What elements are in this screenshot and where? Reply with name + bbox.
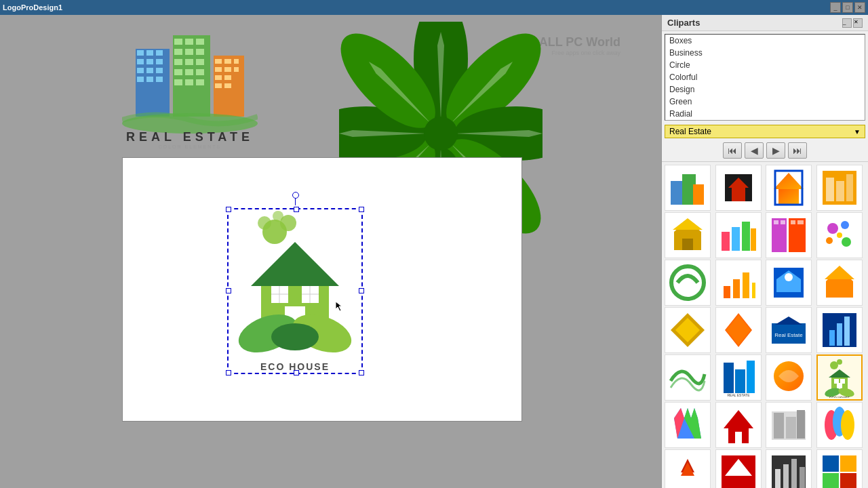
- svg-rect-7: [137, 68, 144, 73]
- svg-rect-19: [196, 49, 204, 55]
- logo-text: REAL ESTATE: [126, 130, 254, 144]
- nav-first-button[interactable]: ⏮: [723, 142, 742, 159]
- category-business[interactable]: Business: [665, 47, 865, 59]
- maximize-button[interactable]: □: [842, 2, 853, 13]
- category-design[interactable]: Design: [665, 83, 865, 96]
- svg-point-53: [258, 216, 271, 230]
- thumb-4[interactable]: [816, 165, 863, 211]
- thumb-15[interactable]: Real Estate: [766, 307, 812, 353]
- thumb-22[interactable]: [715, 402, 762, 448]
- nav-buttons: ⏮ ◀ ▶ ⏭: [662, 140, 868, 162]
- svg-rect-120: [735, 369, 745, 393]
- thumb-16[interactable]: [816, 307, 863, 353]
- svg-rect-101: [743, 272, 749, 298]
- nav-next-button[interactable]: ▶: [766, 142, 785, 159]
- thumb-9[interactable]: [665, 260, 711, 306]
- category-circle[interactable]: Circle: [665, 59, 865, 71]
- sidebar-controls[interactable]: _ ✕: [842, 18, 863, 28]
- svg-rect-155: [800, 467, 805, 488]
- sidebar-title: Cliparts: [667, 18, 700, 28]
- canvas-area[interactable]: ALL PC World Free apps one click away: [0, 15, 661, 488]
- svg-marker-81: [673, 218, 703, 230]
- svg-rect-158: [823, 473, 839, 488]
- svg-rect-153: [783, 464, 789, 488]
- svg-rect-23: [174, 69, 182, 75]
- thumb-18[interactable]: REAL ESTATE: [715, 354, 762, 401]
- category-green[interactable]: Green: [665, 96, 865, 108]
- main-layout: ALL PC World Free apps one click away: [0, 15, 868, 488]
- svg-rect-32: [234, 59, 239, 64]
- svg-point-93: [827, 223, 838, 234]
- svg-rect-142: [786, 417, 796, 439]
- clipart-list[interactable]: Boxes Business Circle Colorful Design Gr…: [665, 34, 865, 121]
- thumb-7[interactable]: [766, 212, 812, 258]
- thumb-26[interactable]: [715, 449, 762, 488]
- nav-last-button[interactable]: ⏭: [788, 142, 807, 159]
- close-button[interactable]: ✕: [854, 2, 865, 13]
- svg-rect-30: [215, 59, 222, 64]
- svg-text:ECO HOUSE: ECO HOUSE: [829, 396, 850, 398]
- category-radial[interactable]: Radial: [665, 108, 865, 120]
- svg-point-98: [671, 266, 704, 299]
- thumb-8[interactable]: [816, 212, 863, 258]
- svg-point-105: [785, 273, 793, 281]
- thumb-12[interactable]: [816, 260, 863, 306]
- eco-house-container[interactable]: ECO HOUSE: [227, 208, 363, 378]
- thumb-2[interactable]: [715, 165, 762, 211]
- thumb-13[interactable]: [665, 307, 711, 353]
- thumb-14[interactable]: [715, 307, 762, 353]
- rotate-line: [295, 199, 296, 205]
- thumb-10[interactable]: [715, 260, 762, 306]
- svg-rect-69: [693, 184, 704, 205]
- svg-rect-72: [732, 188, 745, 201]
- svg-rect-36: [215, 75, 222, 80]
- thumb-6[interactable]: [715, 212, 762, 258]
- thumb-25[interactable]: [665, 449, 711, 488]
- svg-rect-26: [174, 79, 182, 85]
- sidebar-min-button[interactable]: _: [842, 18, 852, 28]
- thumb-3[interactable]: [766, 165, 812, 211]
- thumb-28[interactable]: [816, 449, 863, 488]
- thumb-17[interactable]: [665, 354, 711, 401]
- svg-rect-121: [747, 361, 755, 393]
- eco-label: ECO HOUSE: [227, 361, 363, 372]
- thumb-21[interactable]: [665, 402, 711, 448]
- selected-category-dropdown[interactable]: Real Estate ▼: [665, 125, 865, 138]
- thumb-27[interactable]: [766, 449, 812, 488]
- minimize-button[interactable]: _: [830, 2, 841, 13]
- watermark-brand: ALL PC World: [539, 35, 620, 49]
- svg-rect-8: [146, 68, 153, 73]
- category-colorful[interactable]: Colorful: [665, 71, 865, 83]
- thumb-19[interactable]: [766, 354, 812, 401]
- svg-rect-156: [823, 455, 839, 472]
- svg-rect-18: [185, 49, 193, 55]
- svg-rect-12: [156, 77, 163, 82]
- thumb-20-eco[interactable]: ECO HOUSE: [816, 354, 863, 401]
- svg-rect-118: [844, 317, 850, 346]
- svg-rect-139: [735, 432, 742, 443]
- sidebar-header: Cliparts _ ✕: [662, 15, 868, 31]
- logo-sub: COLOR ELEMENTS: [159, 144, 222, 149]
- svg-rect-33: [215, 67, 222, 72]
- svg-point-95: [826, 237, 833, 244]
- svg-rect-102: [752, 283, 755, 298]
- svg-rect-38: [215, 83, 222, 88]
- svg-rect-37: [224, 75, 231, 80]
- svg-marker-109: [675, 318, 700, 342]
- thumb-5[interactable]: [665, 212, 711, 258]
- svg-rect-2: [146, 50, 153, 56]
- sidebar-close-button[interactable]: ✕: [853, 18, 863, 28]
- thumb-23[interactable]: [766, 402, 812, 448]
- thumb-24[interactable]: [816, 402, 863, 448]
- svg-rect-5: [146, 59, 153, 64]
- nav-prev-button[interactable]: ◀: [745, 142, 764, 159]
- category-boxes[interactable]: Boxes: [665, 35, 865, 47]
- title-bar-controls[interactable]: _ □ ✕: [830, 2, 865, 13]
- svg-rect-141: [774, 413, 784, 439]
- svg-rect-22: [196, 59, 204, 65]
- svg-rect-117: [837, 323, 842, 346]
- thumb-1[interactable]: [665, 165, 711, 211]
- rotate-handle[interactable]: [292, 192, 299, 199]
- svg-rect-100: [733, 279, 740, 298]
- thumb-11[interactable]: [766, 260, 812, 306]
